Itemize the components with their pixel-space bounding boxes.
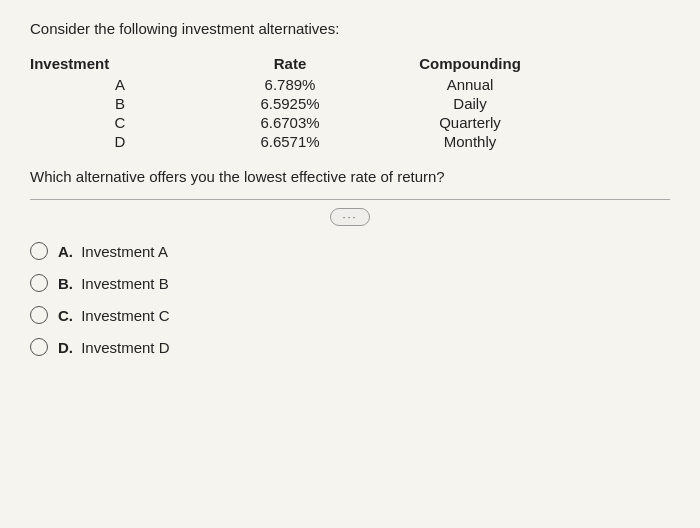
cell-rate-b: 6.5925%: [210, 95, 370, 112]
cell-rate-c: 6.6703%: [210, 114, 370, 131]
table-row: D 6.6571% Monthly: [30, 133, 670, 150]
option-b-letter: B.: [58, 275, 73, 292]
table-row: C 6.6703% Quarterly: [30, 114, 670, 131]
options-list: A. Investment A B. Investment B C. Inves…: [30, 242, 670, 356]
option-c[interactable]: C. Investment C: [30, 306, 670, 324]
cell-compounding-a: Annual: [370, 76, 570, 93]
cell-compounding-d: Monthly: [370, 133, 570, 150]
table-header-row: Investment Rate Compounding: [30, 55, 670, 72]
option-b[interactable]: B. Investment B: [30, 274, 670, 292]
radio-a[interactable]: [30, 242, 48, 260]
table-row: A 6.789% Annual: [30, 76, 670, 93]
radio-b[interactable]: [30, 274, 48, 292]
option-a-text: Investment A: [81, 243, 168, 260]
option-d-text: Investment D: [81, 339, 169, 356]
option-a-label: A. Investment A: [58, 243, 168, 260]
table-row: B 6.5925% Daily: [30, 95, 670, 112]
cell-compounding-b: Daily: [370, 95, 570, 112]
investment-table: Investment Rate Compounding A 6.789% Ann…: [30, 55, 670, 150]
ellipsis-button[interactable]: ···: [330, 208, 370, 226]
header-rate: Rate: [210, 55, 370, 72]
cell-rate-d: 6.6571%: [210, 133, 370, 150]
cell-rate-a: 6.789%: [210, 76, 370, 93]
divider: [30, 199, 670, 200]
question-text: Which alternative offers you the lowest …: [30, 168, 670, 185]
cell-investment-a: A: [30, 76, 210, 93]
intro-text: Consider the following investment altern…: [30, 20, 670, 37]
option-d[interactable]: D. Investment D: [30, 338, 670, 356]
option-c-label: C. Investment C: [58, 307, 170, 324]
option-a[interactable]: A. Investment A: [30, 242, 670, 260]
option-b-label: B. Investment B: [58, 275, 169, 292]
option-d-letter: D.: [58, 339, 73, 356]
radio-c[interactable]: [30, 306, 48, 324]
header-investment: Investment: [30, 55, 210, 72]
header-compounding: Compounding: [370, 55, 570, 72]
cell-compounding-c: Quarterly: [370, 114, 570, 131]
option-d-label: D. Investment D: [58, 339, 170, 356]
main-container: Consider the following investment altern…: [30, 20, 670, 370]
option-a-letter: A.: [58, 243, 73, 260]
option-b-text: Investment B: [81, 275, 169, 292]
cell-investment-c: C: [30, 114, 210, 131]
option-c-letter: C.: [58, 307, 73, 324]
cell-investment-b: B: [30, 95, 210, 112]
radio-d[interactable]: [30, 338, 48, 356]
option-c-text: Investment C: [81, 307, 169, 324]
cell-investment-d: D: [30, 133, 210, 150]
